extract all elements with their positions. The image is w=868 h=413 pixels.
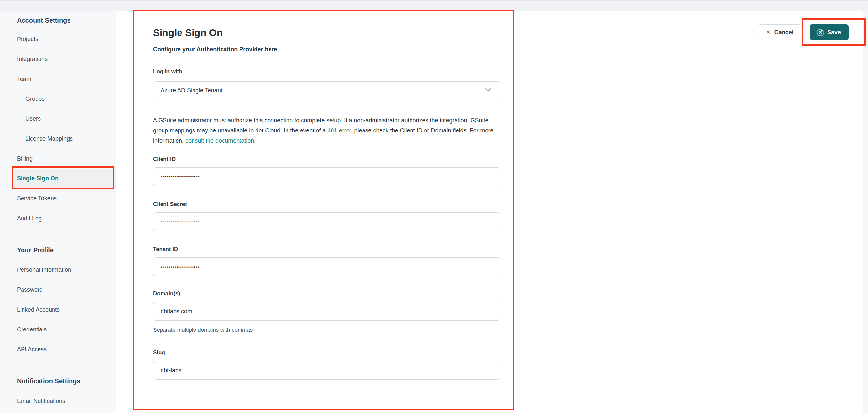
close-icon: ✕ — [766, 30, 770, 35]
link-consult-documentation[interactable]: consult the documentation — [185, 137, 254, 144]
sidebar-heading-account-settings: Account Settings — [0, 11, 116, 29]
chevron-down-icon — [485, 87, 491, 94]
sidebar-item-email-notifications[interactable]: Email Notifications — [14, 391, 121, 411]
save-button[interactable]: Save — [810, 25, 849, 40]
sidebar-item-groups[interactable]: Groups — [14, 89, 121, 109]
sidebar-item-license-mappings[interactable]: License Mappings — [14, 129, 121, 149]
client-id-input[interactable] — [153, 167, 500, 186]
client-secret-label: Client Secret — [153, 201, 187, 208]
sidebar-item-integrations[interactable]: Integrations — [14, 49, 121, 69]
sidebar-item-audit-log[interactable]: Audit Log — [14, 209, 121, 228]
login-with-select[interactable]: Azure AD Single Tenant — [153, 81, 500, 99]
tenant-id-label: Tenant ID — [153, 246, 178, 253]
sidebar-item-service-tokens[interactable]: Service Tokens — [14, 189, 121, 209]
sidebar-item-personal-information[interactable]: Personal Information — [14, 260, 121, 280]
sso-settings-panel: Single Sign On Configure your Authentica… — [116, 11, 863, 413]
domains-label: Domain(s) — [153, 290, 180, 297]
sidebar-item-credentials[interactable]: Credentials — [14, 320, 121, 340]
page-subtitle: Configure your Authentication Provider h… — [153, 46, 277, 53]
slug-input[interactable] — [153, 361, 500, 380]
tenant-id-input[interactable] — [153, 257, 500, 276]
sidebar-heading-notification-settings: Notification Settings — [0, 371, 116, 391]
page-title: Single Sign On — [153, 27, 222, 38]
sidebar-item-linked-accounts[interactable]: Linked Accounts — [14, 300, 121, 320]
sidebar-item-password[interactable]: Password — [14, 280, 121, 300]
sidebar-item-projects[interactable]: Projects — [14, 29, 121, 49]
gsuite-authorization-notice: A GSuite administrator must authorize th… — [153, 116, 501, 146]
sidebar-item-api-access[interactable]: API Access — [14, 340, 121, 359]
domains-help-text: Separate multiple domains with commas — [153, 327, 253, 333]
sidebar-item-single-sign-on[interactable]: Single Sign On — [14, 169, 121, 189]
login-with-selected-value: Azure AD Single Tenant — [160, 87, 222, 94]
link-401-error[interactable]: 401 error — [327, 127, 351, 134]
sidebar-heading-your-profile: Your Profile — [0, 240, 116, 260]
client-id-label: Client ID — [153, 156, 176, 162]
client-secret-input[interactable] — [153, 212, 500, 231]
login-with-label: Log in with — [153, 68, 182, 75]
save-floppy-icon — [817, 29, 824, 36]
top-bar — [0, 0, 868, 11]
cancel-button[interactable]: ✕ Cancel — [758, 25, 802, 40]
settings-sidebar: Account Settings Projects Integrations T… — [0, 11, 116, 413]
slug-label: Slug — [153, 349, 165, 356]
sidebar-item-team[interactable]: Team — [14, 69, 121, 89]
domains-input[interactable] — [153, 302, 500, 321]
sidebar-item-billing[interactable]: Billing — [14, 149, 121, 169]
sidebar-item-users[interactable]: Users — [14, 109, 121, 129]
chevron-up-icon — [100, 77, 108, 82]
account-settings-page: { "sidebar": { "sections": [ { "heading"… — [0, 0, 868, 413]
